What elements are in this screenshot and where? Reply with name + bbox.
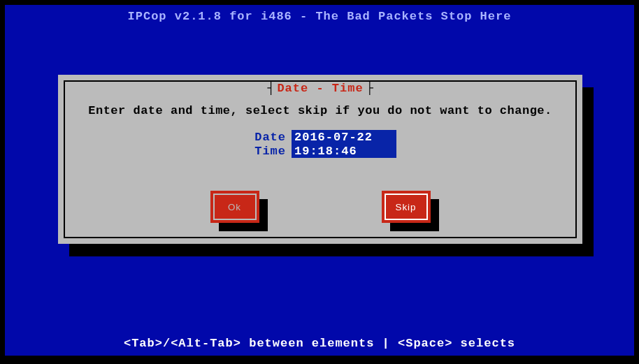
ok-button-wrap: Ok	[210, 191, 259, 223]
skip-button-wrap: Skip	[382, 191, 431, 223]
time-label: Time	[244, 145, 286, 158]
field-rows: Date Time	[65, 130, 575, 158]
skip-button[interactable]: Skip	[382, 191, 431, 223]
instruction-text: Enter date and time, select skip if you …	[65, 104, 575, 117]
footer-hint: <Tab>/<Alt-Tab> between elements | <Spac…	[5, 337, 634, 350]
date-input[interactable]	[292, 130, 396, 144]
date-time-dialog: ┤ Date - Time ├ Enter date and time, sel…	[58, 75, 582, 244]
installer-screen: IPCop v2.1.8 for i486 - The Bad Packets …	[5, 5, 634, 356]
date-label: Date	[244, 131, 286, 144]
ok-button[interactable]: Ok	[210, 191, 259, 223]
ok-button-label: Ok	[228, 202, 241, 212]
dialog-title: Date - Time	[277, 82, 363, 95]
time-input[interactable]	[292, 144, 396, 158]
dialog-border: ┤ Date - Time ├ Enter date and time, sel…	[64, 80, 577, 238]
title-bracket-left: ┤	[267, 82, 274, 95]
dialog-title-wrap: ┤ Date - Time ├	[261, 82, 379, 95]
title-bracket-right: ├	[366, 82, 373, 95]
button-row: Ok Skip	[65, 191, 575, 223]
skip-button-label: Skip	[396, 202, 417, 212]
date-row: Date	[244, 130, 396, 144]
header-title: IPCop v2.1.8 for i486 - The Bad Packets …	[5, 5, 634, 23]
time-row: Time	[244, 144, 396, 158]
